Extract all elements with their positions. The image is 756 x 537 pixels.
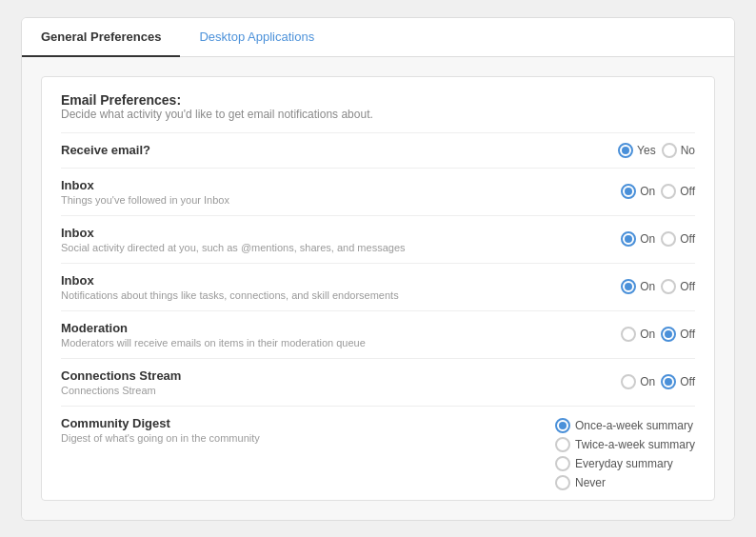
radio-inbox-notifications-on[interactable] (621, 279, 636, 294)
digest-option-twice: Twice-a-week summary (555, 437, 695, 452)
tab-general-preferences[interactable]: General Preferences (22, 18, 180, 57)
radio-group-yes: Yes (618, 143, 656, 158)
tab-desktop-applications[interactable]: Desktop Applications (180, 18, 333, 57)
desc-connections-stream: Connections Stream (61, 385, 621, 396)
radio-no[interactable] (662, 143, 677, 158)
desc-inbox-followed: Things you've followed in your Inbox (61, 194, 621, 206)
label-inbox-followed: Inbox (61, 178, 621, 192)
row-inbox-notifications: Inbox Notifications about things like ta… (61, 263, 695, 310)
main-content: Email Preferences: Decide what activity … (22, 57, 734, 520)
radio-inbox-followed-on[interactable] (621, 184, 636, 199)
label-off-1: Off (680, 185, 695, 198)
row-community-digest: Community Digest Digest of what's going … (61, 406, 695, 500)
digest-option-once: Once-a-week summary (555, 418, 693, 433)
controls-inbox-notifications: On Off (621, 279, 695, 294)
email-section-description: Decide what activity you'd like to get e… (61, 108, 695, 121)
tab-bar: General Preferences Desktop Applications (22, 18, 734, 57)
radio-inbox-notifications-off[interactable] (661, 279, 676, 294)
row-receive-email: Receive email? Yes No (61, 132, 695, 168)
desc-community-digest: Digest of what's going on in the communi… (61, 432, 555, 444)
settings-container: General Preferences Desktop Applications… (21, 17, 735, 521)
label-twice-a-week: Twice-a-week summary (575, 438, 695, 451)
desc-moderation: Moderators will receive emails on items … (61, 337, 621, 348)
radio-inbox-followed-off[interactable] (661, 184, 676, 199)
radio-connections-off[interactable] (661, 374, 676, 389)
radio-connections-on[interactable] (621, 374, 636, 389)
label-community-digest: Community Digest (61, 416, 555, 430)
digest-option-everyday: Everyday summary (555, 456, 673, 471)
digest-option-never: Never (555, 475, 606, 490)
desc-inbox-notifications: Notifications about things like tasks, c… (61, 289, 621, 301)
label-off-4: Off (680, 328, 695, 341)
label-no: No (681, 144, 695, 157)
email-header: Email Preferences: Decide what activity … (61, 92, 695, 121)
radio-inbox-social-on[interactable] (621, 231, 636, 247)
label-off-3: Off (680, 280, 695, 293)
label-on-2: On (640, 232, 655, 246)
radio-digest-twice[interactable] (555, 437, 570, 452)
radio-digest-everyday[interactable] (555, 456, 570, 471)
label-never: Never (575, 476, 606, 489)
controls-inbox-social: On Off (621, 231, 695, 247)
label-inbox-social: Inbox (61, 226, 621, 240)
label-once-a-week: Once-a-week summary (575, 419, 693, 432)
row-inbox-social: Inbox Social activity directed at you, s… (61, 215, 695, 263)
controls-moderation: On Off (621, 327, 695, 342)
label-yes: Yes (637, 144, 656, 157)
radio-inbox-social-off[interactable] (661, 231, 676, 247)
radio-moderation-off[interactable] (661, 327, 676, 342)
row-moderation: Moderation Moderators will receive email… (61, 310, 695, 358)
radio-moderation-on[interactable] (621, 327, 636, 342)
radio-group-no: No (662, 143, 695, 158)
row-connections-stream: Connections Stream Connections Stream On… (61, 358, 695, 406)
controls-community-digest: Once-a-week summary Twice-a-week summary… (555, 418, 695, 490)
label-off-2: Off (680, 232, 695, 246)
label-connections-stream: Connections Stream (61, 368, 621, 383)
label-everyday: Everyday summary (575, 457, 673, 470)
email-section-title: Email Preferences: (61, 92, 695, 108)
label-on-3: On (640, 280, 655, 293)
label-moderation: Moderation (61, 321, 621, 335)
label-receive-email: Receive email? (61, 143, 618, 157)
desc-inbox-social: Social activity directed at you, such as… (61, 242, 621, 253)
label-on-1: On (640, 185, 655, 198)
label-on-4: On (640, 328, 655, 341)
radio-yes[interactable] (618, 143, 633, 158)
label-off-5: Off (680, 375, 695, 388)
radio-digest-once[interactable] (555, 418, 570, 433)
controls-inbox-followed: On Off (621, 184, 695, 199)
radio-digest-never[interactable] (555, 475, 570, 490)
label-inbox-notifications: Inbox (61, 273, 621, 288)
row-inbox-followed: Inbox Things you've followed in your Inb… (61, 168, 695, 215)
label-on-5: On (640, 375, 655, 388)
controls-receive-email: Yes No (618, 143, 695, 158)
controls-connections-stream: On Off (621, 374, 695, 389)
community-digest-options: Once-a-week summary Twice-a-week summary… (555, 418, 695, 490)
email-preferences-section: Email Preferences: Decide what activity … (41, 76, 715, 501)
